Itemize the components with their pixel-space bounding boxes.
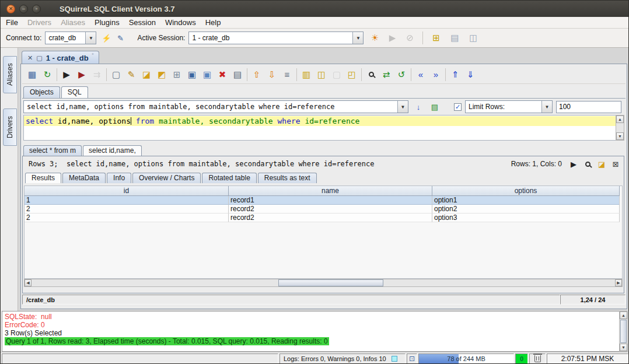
menu-plugins[interactable]: Plugins — [95, 18, 120, 27]
chevron-down-icon[interactable]: ▼ — [352, 32, 363, 44]
vscroll-thumb[interactable] — [620, 320, 627, 343]
minimize-window-icon[interactable]: – — [19, 5, 28, 13]
chevron-down-icon[interactable]: ▼ — [85, 32, 96, 44]
table-row[interactable]: 2record2option2 — [25, 205, 622, 214]
session-frame-tab[interactable]: ✕ ▢ 1 - crate_db ▫ — [22, 51, 99, 64]
limit-rows-combo[interactable]: Limit Rows: ▼ — [465, 100, 553, 113]
rollback-icon[interactable]: » — [428, 67, 443, 82]
scroll-right-icon[interactable]: ▶ — [615, 279, 622, 286]
new-sql-worksheet-icon[interactable]: ▢ — [109, 67, 124, 82]
cascade-windows-icon[interactable]: ◫ — [466, 30, 481, 46]
column-header-id[interactable]: id — [25, 186, 229, 196]
table-cell[interactable]: 2 — [25, 205, 229, 214]
open-sql-file-icon[interactable]: ◪ — [139, 67, 154, 82]
table-cell[interactable]: option3 — [432, 214, 620, 222]
title-bar[interactable]: ✕ – ▫ SQuirreL SQL Client Version 3.7 — [1, 1, 628, 17]
new-sql-tab-icon[interactable]: ▥ — [299, 67, 314, 82]
save-sql-icon[interactable]: ▣ — [184, 67, 200, 82]
tile-windows-icon[interactable]: ▤ — [447, 30, 462, 46]
tab-results[interactable]: Results — [25, 173, 61, 183]
result-tab-select-from-m[interactable]: select * from m — [23, 145, 82, 156]
tab-sql[interactable]: SQL — [61, 86, 88, 98]
edit-alias-icon[interactable]: ✎ — [114, 32, 127, 44]
export-results-icon[interactable]: ◪ — [596, 158, 607, 170]
close-sql-file-icon[interactable]: ✖ — [215, 67, 230, 82]
rerun-current-sql-icon[interactable]: ▶ — [568, 158, 579, 170]
tab-results-as-text[interactable]: Results as text — [258, 173, 317, 183]
save-sql-as-icon[interactable]: ▣ — [200, 67, 215, 82]
column-header-name[interactable]: name — [229, 186, 432, 196]
session-properties-icon[interactable]: ☀ — [367, 30, 382, 46]
table-row[interactable]: 2record2option3 — [25, 214, 622, 222]
menu-windows[interactable]: Windows — [165, 18, 196, 27]
scroll-down-icon[interactable]: ▼ — [620, 344, 627, 351]
connect-alias-icon[interactable]: ⚡ — [100, 32, 113, 44]
open-history-table-icon[interactable]: ▤ — [428, 100, 441, 113]
next-sql-icon[interactable]: ⇩ — [264, 67, 279, 82]
append-sql-file-icon[interactable]: ◩ — [154, 67, 169, 82]
close-frame-icon[interactable]: ✕ — [27, 54, 33, 62]
scroll-to-top-icon[interactable]: ⇑ — [448, 67, 463, 82]
scroll-up-icon[interactable]: ▲ — [620, 312, 627, 319]
column-header-options[interactable]: options — [432, 186, 620, 196]
run-all-sql-icon[interactable]: ▶ — [74, 67, 89, 82]
memory-status[interactable]: 78 of 244 MB — [418, 354, 514, 364]
refresh-schema-icon[interactable]: ↺ — [394, 67, 409, 82]
rename-tab-icon[interactable]: ◰ — [344, 67, 359, 82]
maximize-window-icon[interactable]: ▫ — [32, 5, 41, 13]
log-status[interactable]: Logs: Errors 0, Warnings 0, Infos 10 — [279, 354, 406, 364]
detach-frame-icon[interactable]: ▫ — [92, 51, 94, 57]
scroll-up-icon[interactable]: ▲ — [616, 116, 624, 123]
result-tab-select-id-name[interactable]: select id,name, — [83, 145, 142, 156]
tab-rotated-table[interactable]: Rotated table — [202, 173, 256, 183]
menu-session[interactable]: Session — [129, 18, 156, 27]
message-scrollbar[interactable]: ▲ ▼ — [619, 311, 628, 352]
tab-info[interactable]: Info — [107, 173, 131, 183]
table-cell[interactable]: 2 — [25, 214, 229, 222]
show-objects-icon[interactable]: ▦ — [25, 67, 40, 82]
edit-sql-icon[interactable]: ✎ — [124, 67, 139, 82]
table-row[interactable]: 1record1option1 — [25, 196, 622, 205]
refresh-objects-icon[interactable]: ↻ — [40, 67, 55, 82]
table-cell[interactable]: option2 — [432, 205, 620, 214]
print-sql-icon[interactable]: ▤ — [230, 67, 245, 82]
commit-icon[interactable]: « — [413, 67, 428, 82]
table-cell[interactable]: record2 — [229, 205, 432, 214]
sql-history-icon[interactable]: ≡ — [279, 67, 295, 82]
editor-scrollbar[interactable]: ▲ ▼ — [616, 115, 624, 141]
sql-history-combo[interactable]: select id,name, options from maintable, … — [23, 100, 408, 113]
tab-objects[interactable]: Objects — [23, 86, 60, 98]
scroll-left-icon[interactable]: ◀ — [25, 279, 32, 286]
reload-relations-icon[interactable]: ⇄ — [379, 67, 394, 82]
tab-overview-charts[interactable]: Overview / Charts — [132, 173, 201, 183]
copy-history-to-editor-icon[interactable]: ↓ — [412, 100, 425, 113]
tab-metadata[interactable]: MetaData — [62, 173, 106, 183]
menu-help[interactable]: Help — [205, 18, 221, 27]
close-results-icon[interactable]: ⊠ — [610, 158, 621, 170]
scroll-down-icon[interactable]: ▼ — [616, 132, 624, 140]
table-cell[interactable]: record2 — [229, 214, 432, 222]
sidebar-tab-aliases[interactable]: Aliases — [3, 56, 17, 93]
close-window-icon[interactable]: ✕ — [6, 5, 15, 13]
find-in-results-icon[interactable] — [582, 158, 593, 170]
run-sql-icon[interactable]: ▶ — [59, 67, 74, 82]
menu-file[interactable]: File — [6, 18, 18, 27]
row-limit-input[interactable] — [556, 101, 621, 113]
limit-rows-checkbox[interactable]: ✓ — [454, 103, 462, 111]
table-cell[interactable]: 1 — [25, 196, 229, 205]
table-cell[interactable]: record1 — [229, 196, 432, 205]
table-cell[interactable]: option1 — [432, 196, 620, 205]
copy-sql-icon[interactable]: ⊞ — [169, 67, 184, 82]
alias-combo[interactable]: crate_db ▼ — [45, 32, 96, 44]
previous-sql-icon[interactable]: ⇧ — [249, 67, 264, 82]
scroll-to-bottom-icon[interactable]: ⇓ — [463, 67, 478, 82]
garbage-collect-button[interactable] — [529, 354, 546, 364]
new-sql-tab-anchored-icon[interactable]: ◫ — [314, 67, 329, 82]
find-icon[interactable] — [364, 67, 379, 82]
chevron-down-icon[interactable]: ▼ — [397, 101, 408, 113]
open-logs-icon[interactable]: ⊡ — [407, 354, 417, 364]
sidebar-tab-drivers[interactable]: Drivers — [3, 108, 17, 146]
new-session-window-icon[interactable]: ⊞ — [428, 30, 443, 46]
chevron-down-icon[interactable]: ▼ — [541, 101, 552, 113]
hscroll-thumb[interactable] — [278, 279, 383, 286]
